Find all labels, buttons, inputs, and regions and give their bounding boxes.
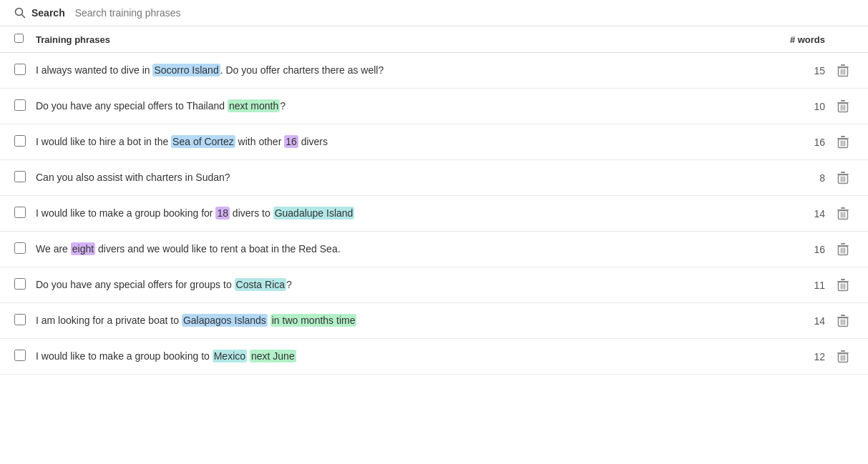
row-checkbox-cell [14,171,36,184]
row-word-count: 8 [754,172,825,184]
svg-rect-39 [841,279,845,280]
highlighted-text: eight [71,242,95,255]
highlighted-text: Guadalupe Island [273,207,355,219]
highlighted-text: Sea of Cortez [171,135,235,148]
delete-button[interactable] [832,207,854,221]
row-checkbox-cell [14,64,36,77]
delete-button[interactable] [832,314,854,328]
delete-button[interactable] [832,278,854,292]
delete-button[interactable] [832,64,854,78]
row-word-count: 15 [754,65,825,76]
search-icon [14,7,26,19]
training-phrases-table: I always wanted to dive in Socorro Islan… [0,53,868,375]
row-checkbox[interactable] [14,64,26,75]
row-checkbox[interactable] [14,350,26,361]
row-checkbox[interactable] [14,135,26,147]
row-checkbox[interactable] [14,99,26,111]
row-checkbox-cell [14,135,36,149]
table-row: Can you also assist with charters in Sud… [0,160,868,196]
trash-icon [837,242,849,257]
delete-button[interactable] [832,242,854,257]
header-phrases: Training phrases [36,34,754,45]
table-row: I always wanted to dive in Socorro Islan… [0,53,868,89]
row-word-count: 10 [754,101,825,112]
row-checkbox[interactable] [14,314,26,325]
row-checkbox-cell [14,350,36,363]
header-checkbox-cell [14,34,36,45]
row-checkbox[interactable] [14,278,26,290]
highlighted-text: in two months time [270,314,357,327]
row-word-count: 14 [754,315,825,327]
table-row: I would like to make a group booking to … [0,339,868,375]
svg-rect-45 [841,315,845,316]
row-word-count: 16 [754,244,825,255]
row-word-count: 12 [754,351,825,362]
row-checkbox-cell [14,207,36,220]
row-checkbox-cell [14,278,36,292]
trash-icon [837,64,849,78]
table-row: Do you have any special offers to Thaila… [0,89,868,124]
row-text: Do you have any special offers to Thaila… [36,99,754,114]
row-checkbox[interactable] [14,242,26,254]
select-all-checkbox[interactable] [14,34,24,43]
highlighted-text: next June [250,350,296,362]
table-row: I am looking for a private boat to Galap… [0,303,868,339]
svg-rect-21 [841,172,845,173]
row-word-count: 16 [754,137,825,148]
row-text: Do you have any special offers for group… [36,277,754,292]
highlighted-text: Costa Rica [235,278,286,291]
table-row: I would like to hire a bot in the Sea of… [0,124,868,160]
row-checkbox-cell [14,314,36,327]
table-row: I would like to make a group booking for… [0,196,868,232]
row-word-count: 14 [754,208,825,219]
svg-rect-15 [841,136,845,137]
svg-rect-51 [841,350,845,352]
svg-rect-3 [841,64,845,66]
trash-icon [837,99,849,114]
row-checkbox[interactable] [14,171,26,182]
table-row: Do you have any special offers for group… [0,267,868,303]
row-word-count: 11 [754,280,825,291]
highlighted-text: Mexico [213,350,247,362]
row-checkbox[interactable] [14,207,26,218]
row-text: Can you also assist with charters in Sud… [36,170,754,185]
svg-rect-33 [841,243,845,245]
highlighted-text: next month [228,99,280,112]
trash-icon [837,207,849,221]
highlighted-text: Socorro Island [152,64,220,76]
svg-rect-9 [841,100,845,102]
row-text: I would like to make a group booking to … [36,349,754,364]
delete-button[interactable] [832,99,854,114]
table-row: We are eight divers and we would like to… [0,232,868,267]
trash-icon [837,135,849,149]
search-bar: Search [0,0,868,26]
highlighted-text: Galapagos Islands [182,314,268,327]
row-text: We are eight divers and we would like to… [36,242,754,257]
row-text: I always wanted to dive in Socorro Islan… [36,63,754,78]
row-text: I am looking for a private boat to Galap… [36,313,754,328]
highlighted-text: 16 [284,135,298,148]
svg-rect-27 [841,207,845,209]
trash-icon [837,314,849,328]
trash-icon [837,278,849,292]
row-checkbox-cell [14,242,36,256]
table-header: Training phrases # words [0,26,868,53]
search-input[interactable] [75,7,854,19]
delete-button[interactable] [832,135,854,149]
delete-button[interactable] [832,171,854,185]
search-label: Search [31,7,65,19]
highlighted-text: 18 [215,207,230,219]
header-words: # words [754,34,825,45]
trash-icon [837,350,849,364]
row-text: I would like to hire a bot in the Sea of… [36,134,754,149]
row-checkbox-cell [14,99,36,113]
row-text: I would like to make a group booking for… [36,206,754,221]
delete-button[interactable] [832,350,854,364]
svg-line-1 [22,15,25,18]
trash-icon [837,171,849,185]
